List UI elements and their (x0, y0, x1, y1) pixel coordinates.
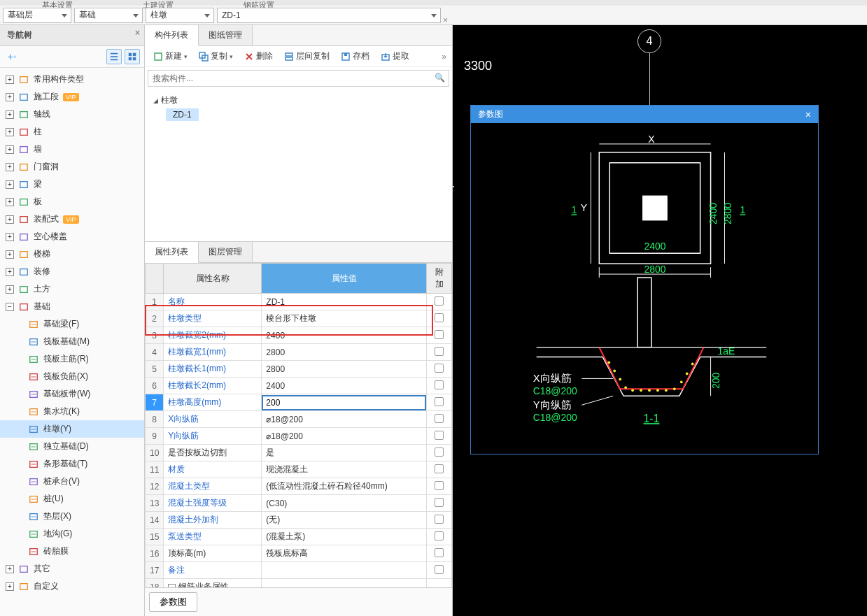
prop-row[interactable]: 13混凝土强度等级(C30) (146, 495, 452, 512)
extra-checkbox[interactable] (435, 296, 444, 306)
prop-row[interactable]: 10是否按板边切割是 (146, 445, 452, 461)
new-button[interactable]: 新建▾ (150, 49, 190, 64)
prop-row[interactable]: 8X向纵筋⌀18@200 (146, 411, 452, 428)
nav-child-item[interactable]: 筏板主筋(R) (0, 350, 144, 368)
tree-item[interactable]: ZD-1 (166, 108, 199, 121)
nav-child-item[interactable]: 条形基础(T) (0, 455, 144, 473)
ribbon-tab[interactable]: 钢筋设置 (244, 0, 274, 6)
floor-dropdown[interactable]: 基础层 (3, 8, 71, 23)
nav-item[interactable]: +柱 (0, 123, 144, 141)
extra-checkbox[interactable] (435, 498, 444, 507)
extra-checkbox[interactable] (435, 347, 444, 356)
nav-item[interactable]: +其它 (0, 560, 144, 578)
search-input[interactable] (148, 70, 449, 87)
nav-child-item[interactable]: 独立基础(D) (0, 438, 144, 455)
prop-row[interactable]: 14混凝土外加剂(无) (146, 512, 452, 529)
complist-close-icon[interactable]: × (443, 15, 448, 25)
prop-row[interactable]: 1名称ZD-1 (146, 294, 452, 310)
nav-item[interactable]: +土方 (0, 280, 144, 298)
nav-item[interactable]: +施工段VIP (0, 88, 144, 106)
layercopy-button[interactable]: 层间复制 (281, 49, 332, 64)
nav-item[interactable]: +轴线 (0, 106, 144, 123)
nav-child-item[interactable]: 地沟(G) (0, 525, 144, 543)
nav-item[interactable]: +墙 (0, 141, 144, 158)
ribbon-tab[interactable]: 土建设置 (143, 0, 174, 6)
nav-child-item[interactable]: 基础梁(F) (0, 315, 144, 333)
nav-item[interactable]: +常用构件类型 (0, 71, 144, 88)
svg-rect-47 (20, 583, 28, 589)
nav-child-item[interactable]: 集水坑(K) (0, 403, 144, 420)
prop-row[interactable]: 11材质现浇混凝土 (146, 461, 452, 478)
extra-checkbox[interactable] (435, 531, 444, 540)
nav-child-item[interactable]: 柱墩(Y) (0, 420, 144, 438)
tab-layer-mgmt[interactable]: 图层管理 (199, 242, 253, 262)
prop-row[interactable]: 3柱墩截宽2(mm)2400 (146, 327, 452, 344)
prop-row[interactable]: 4柱墩截宽1(mm)2800 (146, 344, 452, 361)
subtype-dropdown[interactable]: 柱墩 (146, 8, 214, 23)
ribbon-tab[interactable]: 基本设置 (42, 0, 73, 6)
extra-checkbox[interactable] (435, 330, 444, 339)
extra-checkbox[interactable] (435, 447, 444, 457)
prop-row[interactable]: 15泵送类型(混凝土泵) (146, 529, 452, 545)
prop-row[interactable]: 12混凝土类型(低流动性混凝土碎石粒径40mm) (146, 478, 452, 495)
nav-child-item[interactable]: 砖胎膜 (0, 543, 144, 560)
nav-child-item[interactable]: 基础板带(W) (0, 385, 144, 403)
nav-child-item[interactable]: 垫层(X) (0, 508, 144, 525)
prop-row[interactable]: 9Y向纵筋⌀18@200 (146, 428, 452, 445)
nav-item[interactable]: +板 (0, 193, 144, 210)
prop-row[interactable]: 2柱墩类型棱台形下柱墩 (146, 310, 452, 327)
tree-root[interactable]: ◢柱墩 (152, 92, 445, 108)
nav-item[interactable]: +装配式VIP (0, 210, 144, 228)
prop-row[interactable]: 5柱墩截长1(mm)2800 (146, 361, 452, 378)
prop-value-input[interactable] (262, 395, 426, 410)
nav-grid-icon[interactable] (125, 49, 140, 64)
tab-drawing-mgmt[interactable]: 图纸管理 (199, 25, 253, 45)
nav-child-item[interactable]: 桩(U) (0, 490, 144, 508)
nav-child-item[interactable]: 桩承台(V) (0, 473, 144, 490)
nav-list-icon[interactable] (106, 49, 122, 64)
param-window-titlebar[interactable]: 参数图 × (471, 106, 818, 123)
param-diagram-body: X Y 2400 2800 2400 2800 1 1 (471, 123, 818, 453)
param-window-close-icon[interactable]: × (805, 109, 811, 120)
nav-item[interactable]: +空心楼盖 (0, 228, 144, 245)
copy-button[interactable]: 复制▾ (196, 49, 236, 64)
tab-component-list[interactable]: 构件列表 (145, 25, 199, 46)
prop-row[interactable]: 16顶标高(m)筏板底标高 (146, 545, 452, 562)
extra-checkbox[interactable] (435, 481, 444, 490)
nav-child-item[interactable]: 筏板负筋(X) (0, 368, 144, 385)
extra-checkbox[interactable] (435, 397, 444, 406)
nav-item[interactable]: +梁 (0, 176, 144, 193)
coord-label: 3300 (464, 59, 492, 73)
extra-checkbox[interactable] (435, 464, 444, 473)
tab-props-list[interactable]: 属性列表 (145, 242, 199, 263)
nav-item[interactable]: +门窗洞 (0, 158, 144, 176)
nav-item[interactable]: −基础 (0, 298, 144, 315)
prop-row[interactable]: 6柱墩截长2(mm)2400 (146, 378, 452, 394)
search-icon[interactable]: 🔍 (435, 73, 445, 83)
prop-row[interactable]: 18−钢筋业务属性 (146, 579, 452, 588)
extra-checkbox[interactable] (435, 414, 444, 423)
extra-checkbox[interactable] (435, 515, 444, 524)
category-dropdown[interactable]: 基础 (74, 8, 143, 23)
nav-item[interactable]: +自定义 (0, 578, 144, 595)
delete-button[interactable]: 删除 (241, 49, 276, 64)
extract-button[interactable]: 提取 (378, 49, 412, 64)
extra-checkbox[interactable] (435, 364, 444, 373)
nav-close-icon[interactable]: × (135, 28, 140, 38)
nav-add-icon[interactable]: ++ (4, 49, 20, 64)
extra-checkbox[interactable] (435, 380, 444, 389)
save-button[interactable]: 存档 (338, 49, 372, 64)
component-dropdown[interactable]: ZD-1 (217, 8, 441, 23)
toolbar-more-icon[interactable]: » (442, 52, 446, 62)
extra-checkbox[interactable] (435, 548, 444, 557)
prop-row[interactable]: 7柱墩高度(mm) (146, 394, 452, 411)
extra-checkbox[interactable] (435, 565, 444, 574)
prop-row[interactable]: 17备注 (146, 562, 452, 579)
nav-child-item[interactable]: 筏板基础(M) (0, 333, 144, 350)
extra-checkbox[interactable] (435, 431, 444, 440)
nav-item[interactable]: +楼梯 (0, 245, 144, 263)
folder-icon (18, 196, 29, 208)
nav-item[interactable]: +装修 (0, 263, 144, 280)
param-diagram-button[interactable]: 参数图 (149, 592, 197, 612)
extra-checkbox[interactable] (435, 313, 444, 322)
